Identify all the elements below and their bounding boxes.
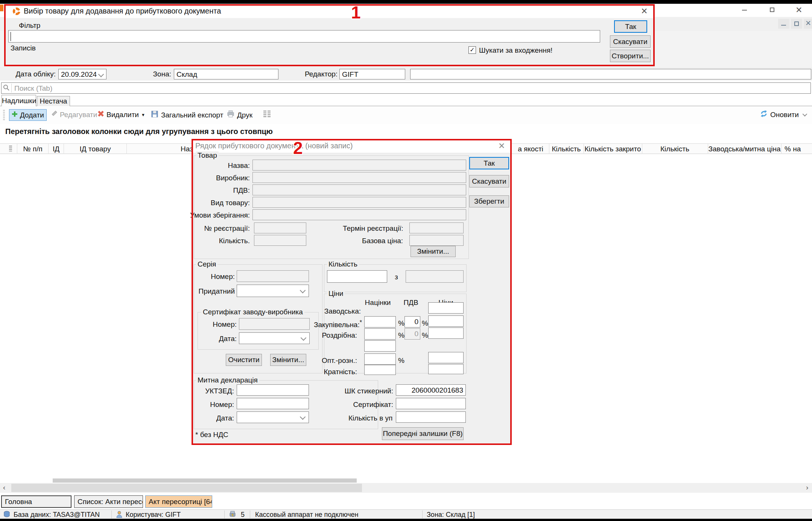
- columns-icon[interactable]: [263, 111, 271, 117]
- date-combobox[interactable]: 20.09.2024: [58, 69, 106, 79]
- sticker-input[interactable]: 2060000201683: [396, 384, 466, 396]
- purchase-price-label: Закупівельна:*: [314, 319, 359, 329]
- delete-button[interactable]: Видалити ▼: [97, 110, 145, 119]
- editor-field[interactable]: GIFT: [339, 69, 405, 79]
- reg-term-label: Термін реєстрації:: [343, 224, 403, 233]
- col-item-id[interactable]: ІД товару: [64, 145, 126, 153]
- product-group-title: Товар: [196, 151, 219, 160]
- retail-price-input[interactable]: [428, 328, 464, 339]
- date-value: 20.09.2024: [61, 70, 97, 79]
- window-restore-icon[interactable]: [770, 8, 774, 12]
- multiplicity-input[interactable]: [364, 365, 396, 375]
- cash-register-icon: [229, 510, 236, 520]
- bottom-tab-act[interactable]: Акт пересортиці [64 ...: [145, 495, 212, 508]
- status-user: Користувач: GIFT: [126, 511, 181, 519]
- col-quality[interactable]: а якості: [514, 145, 547, 153]
- dialog2-titlebar[interactable]: Рядок прибуткового документа (новий запи…: [192, 139, 512, 153]
- search-entry-checkbox[interactable]: ✓: [468, 46, 476, 54]
- dialog1-ok-button[interactable]: Так: [614, 20, 647, 33]
- col-factory-price[interactable]: Заводська/митна ціна: [708, 145, 781, 153]
- dialog1-titlebar[interactable]: Вибір товару для додавання до прибутково…: [4, 4, 655, 18]
- wholesale-price-input[interactable]: [428, 352, 464, 363]
- cert-date-combobox[interactable]: [239, 332, 310, 344]
- status-zone: Зона: Склад [1]: [427, 511, 475, 519]
- factory-price-input[interactable]: [428, 302, 464, 314]
- status-bar: База даних: TASA3@TITAN Користувач: GIFT…: [0, 509, 812, 519]
- bottom-tab-home[interactable]: Головна: [1, 495, 71, 508]
- dialog2-ok-button[interactable]: Так: [469, 157, 509, 169]
- scroll-left-icon[interactable]: ‹: [3, 483, 5, 492]
- multiplicity-price-input[interactable]: [428, 364, 464, 374]
- mdi-restore-button[interactable]: [791, 19, 802, 29]
- annotation-2: 2: [293, 138, 303, 158]
- col-num[interactable]: № п/п: [18, 145, 47, 153]
- reg-term-field: [409, 222, 464, 233]
- dialog1-close-icon[interactable]: ✕: [641, 6, 648, 16]
- uktzed-label: УКТЗЕД:: [196, 387, 234, 395]
- vat-label: ПДВ:: [193, 186, 250, 195]
- previous-stock-button[interactable]: Попередні залишки (F8): [382, 427, 464, 440]
- extra-markup-input[interactable]: [364, 340, 396, 352]
- storage-field: [252, 209, 466, 220]
- table-search-input[interactable]: Поиск (Tab): [1, 82, 811, 94]
- annotation-1: 1: [351, 2, 361, 23]
- refresh-button[interactable]: Оновити: [759, 109, 806, 120]
- dialog2-save-button[interactable]: Зберегти: [469, 195, 509, 207]
- quantity-input[interactable]: [327, 270, 387, 283]
- series-valid-combobox[interactable]: [237, 285, 309, 297]
- series-group-title: Серія: [196, 260, 217, 268]
- col-qty[interactable]: Кількість: [549, 145, 583, 153]
- dialog2-cancel-button[interactable]: Скасувати: [469, 175, 509, 187]
- comment-field[interactable]: [410, 69, 811, 79]
- window-close-icon[interactable]: ✕: [795, 5, 802, 15]
- tab-surplus[interactable]: Надлишки: [2, 95, 36, 106]
- storage-label: Умови зберігання:: [186, 211, 250, 219]
- dialog2-close-icon[interactable]: ✕: [498, 141, 505, 151]
- scroll-right-icon[interactable]: ›: [806, 483, 808, 492]
- retail-markup-input[interactable]: [364, 328, 396, 340]
- dialog-receipt-row: Рядок прибуткового документа (новий запи…: [192, 139, 512, 445]
- export-button[interactable]: Загальний експорт: [151, 110, 223, 120]
- print-button-label: Друк: [237, 111, 252, 119]
- add-button[interactable]: Додати: [9, 109, 47, 121]
- col-pct[interactable]: % на: [785, 145, 801, 153]
- product-change-button[interactable]: Змінити...: [411, 246, 456, 257]
- mdi-minimize-button[interactable]: [778, 19, 789, 29]
- dialog1-cancel-button[interactable]: Скасувати: [610, 35, 651, 48]
- zone-field[interactable]: Склад: [174, 69, 278, 79]
- customs-date-combobox[interactable]: [237, 411, 309, 423]
- dialog1-create-button[interactable]: Створити...: [610, 50, 651, 62]
- bottom-tab-list[interactable]: Список: Акти пересо ...: [74, 495, 143, 508]
- customs-date-label: Дата:: [196, 414, 234, 422]
- customs-number-input[interactable]: [237, 398, 309, 409]
- purchase-markup-input[interactable]: [364, 316, 396, 328]
- col-id[interactable]: ІД: [49, 145, 64, 153]
- edit-button[interactable]: Редагувати: [50, 110, 97, 119]
- editor-label: Редактор:: [305, 70, 337, 78]
- purchase-vat-input[interactable]: 0: [404, 316, 420, 328]
- window-minimize-icon[interactable]: [742, 10, 747, 11]
- main-hscroll-thumb[interactable]: [11, 484, 362, 492]
- series-change-button[interactable]: Змінити...: [270, 354, 306, 366]
- quantity-group-title: Кількість: [327, 260, 359, 268]
- mdi-close-button[interactable]: ✕: [804, 19, 812, 29]
- clear-button[interactable]: Очистити: [226, 354, 262, 366]
- product-kind-label: Вид товару:: [193, 199, 250, 207]
- base-price-field: [409, 235, 464, 246]
- filter-input[interactable]: [8, 30, 600, 43]
- table-hscroll-thumb[interactable]: [53, 478, 357, 483]
- dialog-product-picker: Вибір товару для додавання до прибутково…: [4, 4, 655, 66]
- app-icon-sliver: [0, 5, 3, 11]
- col-qty-closed[interactable]: Кількість закрито: [584, 145, 642, 153]
- main-hscrollbar[interactable]: ‹ ›: [0, 483, 812, 493]
- tab-shortage[interactable]: Нестача: [37, 96, 70, 106]
- qty-pack-input[interactable]: [396, 411, 466, 423]
- wholesale-markup-input[interactable]: [364, 353, 396, 365]
- vat-field: [252, 184, 466, 195]
- purchase-price-input[interactable]: [428, 315, 464, 327]
- uktzed-input[interactable]: [237, 384, 309, 396]
- refresh-icon: [759, 109, 768, 120]
- print-button[interactable]: Друк: [227, 110, 252, 120]
- certificate-input[interactable]: [396, 398, 466, 409]
- pencil-icon: [50, 110, 58, 119]
